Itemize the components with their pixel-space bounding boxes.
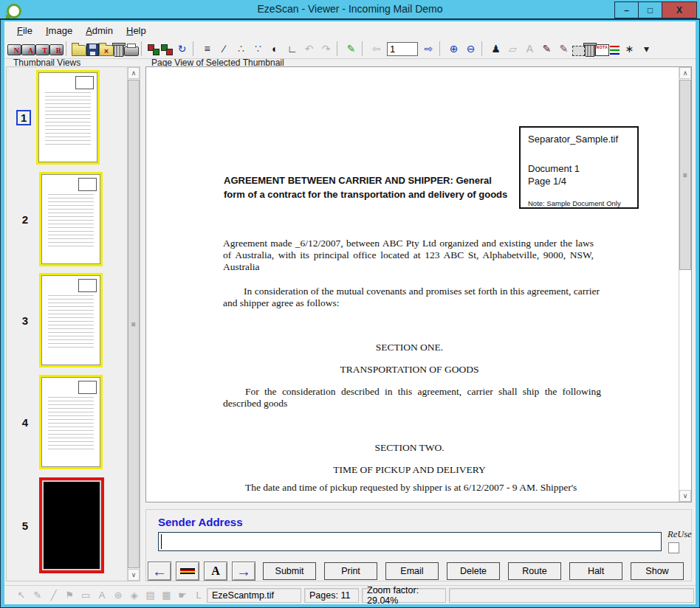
menu-file[interactable]: File: [10, 24, 39, 38]
route-button[interactable]: Route: [508, 562, 561, 580]
reuse-label: ReUse: [668, 529, 692, 540]
line-removal-icon[interactable]: ∕: [216, 41, 233, 57]
doc-scroll-down-button[interactable]: ∨: [679, 490, 691, 502]
zone-reader-icon[interactable]: ♟: [487, 41, 504, 57]
thumbnail-number: 3: [11, 314, 39, 327]
stamp-tool-icon[interactable]: ⊛: [110, 588, 126, 603]
save-file-icon[interactable]: [86, 44, 99, 56]
delete-button[interactable]: Delete: [447, 562, 500, 580]
scroll-down-button[interactable]: ∨: [128, 569, 140, 581]
toolbar-right-group: ⇨⊕⊖♟▱A✎✎NOTA∗▾: [420, 41, 655, 57]
text-tool-icon[interactable]: A: [94, 588, 110, 603]
toolbar-more-dropdown[interactable]: ▾: [638, 41, 655, 57]
menu-help[interactable]: Help: [120, 24, 153, 38]
scan-append-icon[interactable]: A: [21, 44, 35, 55]
adjust-settings-icon[interactable]: [609, 45, 621, 56]
thumbnail-text-lines: [48, 295, 94, 348]
document-scrollbar[interactable]: ∧ ≡ ∨: [679, 67, 691, 502]
document-paragraph-1: Agreement made _6/12/2007, between ABC P…: [223, 238, 594, 273]
scan-rescan-icon[interactable]: R: [49, 44, 64, 55]
image-tool-icon[interactable]: ▦: [158, 588, 174, 603]
maximize-button[interactable]: □: [638, 1, 662, 18]
thumbnail-page-5[interactable]: 5: [11, 477, 104, 573]
field-nav-buttons: ←A→: [148, 562, 255, 581]
thumbnail-page-3[interactable]: 3: [11, 272, 103, 368]
document-paragraph-2: In consideration of the mutual covenants…: [223, 286, 600, 309]
toolbar-separator: [141, 41, 147, 56]
rectangle-tool-icon[interactable]: ▭: [78, 588, 94, 603]
deskew-icon[interactable]: ≡: [199, 41, 216, 57]
nav-button-icon: A: [211, 564, 220, 578]
black-marker-icon[interactable]: ✎: [538, 41, 555, 57]
invert-icon[interactable]: ◐: [267, 41, 284, 57]
scan-new-icon[interactable]: N: [7, 44, 21, 55]
page-number-input[interactable]: [387, 42, 418, 56]
redo-icon[interactable]: ↷: [318, 41, 334, 57]
status-filename: EzeScantmp.tif: [207, 588, 301, 603]
highlighter-pen-icon[interactable]: ✎: [343, 41, 360, 57]
l-tool-icon[interactable]: L: [191, 588, 207, 603]
menu-admin[interactable]: Admin: [79, 24, 120, 38]
font-tool-button[interactable]: A: [204, 562, 227, 581]
thumbnail-page-4[interactable]: 4: [11, 374, 103, 470]
status-pages: Pages: 11: [304, 588, 359, 603]
doc-scroll-up-button[interactable]: ∧: [679, 67, 691, 79]
delete-file-icon[interactable]: [114, 45, 124, 57]
email-button[interactable]: Email: [385, 562, 439, 580]
doc-next-button[interactable]: →: [232, 562, 255, 581]
doc-prev-button[interactable]: ←: [148, 562, 171, 581]
white-marker-icon[interactable]: ✎: [555, 41, 572, 57]
window-title: EzeScan - Viewer - Incoming Mail Demo: [0, 3, 700, 15]
scan-insert-icon[interactable]: T: [35, 44, 49, 55]
close-button[interactable]: X: [662, 1, 697, 18]
pages-tool-icon[interactable]: ▤: [143, 588, 159, 603]
highlighter-tool-icon[interactable]: ✎: [30, 588, 46, 603]
thumbnail-number: 5: [11, 519, 39, 532]
halt-button[interactable]: Halt: [569, 562, 622, 580]
show-button[interactable]: Show: [631, 562, 684, 580]
text-caret: [161, 534, 162, 549]
thumbnail-panel: 1 2: [6, 66, 140, 581]
sender-address-input[interactable]: [158, 532, 662, 551]
text-stamp-icon[interactable]: A: [521, 41, 538, 57]
despeckle-region-icon[interactable]: [585, 45, 595, 57]
separator-document: Document 1: [528, 162, 637, 175]
doc-scrollbar-thumb[interactable]: ≡: [679, 80, 691, 270]
undo-icon[interactable]: ↶: [301, 41, 318, 57]
flag-tool-icon[interactable]: ⚑: [61, 588, 78, 603]
open-file-icon[interactable]: [72, 45, 86, 56]
print-icon[interactable]: [124, 46, 139, 56]
pointer-tool-icon[interactable]: ↖: [13, 588, 30, 603]
thumbnail-page-2[interactable]: 2: [11, 171, 103, 267]
prev-page-icon[interactable]: ⇦: [368, 41, 385, 57]
select-region-icon[interactable]: [572, 46, 585, 56]
close-file-icon[interactable]: ×: [99, 45, 114, 56]
menu-image[interactable]: Image: [39, 24, 79, 38]
reuse-checkbox[interactable]: [668, 542, 679, 553]
thumbnail-scrollbar[interactable]: ∧ ≡ ∨: [127, 67, 140, 581]
move-page-forward-icon[interactable]: [160, 44, 174, 56]
next-page-icon[interactable]: ⇨: [420, 41, 437, 57]
toolbar-separator: [362, 41, 368, 56]
minimize-button[interactable]: –: [614, 1, 639, 18]
cleanup-wand-icon[interactable]: ∗: [621, 41, 638, 57]
submit-button[interactable]: Submit: [263, 562, 316, 580]
hand-tool-icon[interactable]: ☛: [174, 588, 191, 603]
despeckle-icon[interactable]: ∴: [233, 41, 250, 57]
crop-icon[interactable]: ∟: [284, 41, 301, 57]
grab-tool-icon[interactable]: ◈: [126, 588, 143, 603]
print-button[interactable]: Print: [324, 562, 377, 580]
pencil-tool-icon[interactable]: ╱: [46, 588, 62, 603]
thumbnail-page-1[interactable]: 1: [11, 69, 100, 165]
thumbnail-image: [39, 172, 103, 266]
stamp-icon[interactable]: ▱: [504, 41, 521, 57]
scrollbar-thumb[interactable]: ≡: [128, 80, 140, 568]
scroll-up-button[interactable]: ∧: [128, 67, 140, 79]
zoom-out-icon[interactable]: ⊖: [462, 41, 479, 57]
move-page-back-icon[interactable]: [147, 44, 160, 56]
erase-annotation-button[interactable]: [176, 562, 199, 581]
notes-icon[interactable]: NOTA: [595, 44, 609, 56]
zoom-in-icon[interactable]: ⊕: [445, 41, 462, 57]
rotate-pages-icon[interactable]: ↻: [174, 41, 191, 57]
despeckle-heavy-icon[interactable]: ∵: [250, 41, 267, 57]
